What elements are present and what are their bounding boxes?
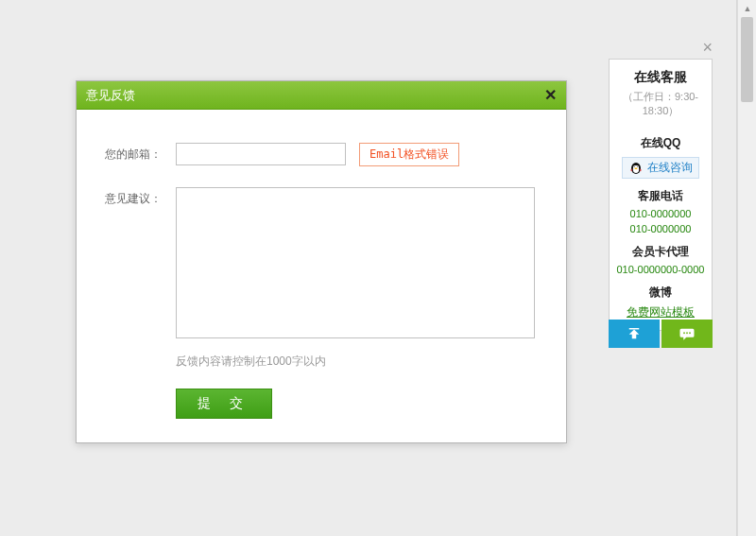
qq-heading: 在线QQ xyxy=(610,135,712,151)
chat-icon xyxy=(679,325,696,342)
page-background: 意见反馈 ✕ 您的邮箱： Email格式错误 意见建议： 反馈内容请控制在100… xyxy=(0,0,737,536)
qq-penguin-icon xyxy=(628,161,644,176)
email-row: 您的邮箱： Email格式错误 xyxy=(105,143,538,166)
chat-button[interactable] xyxy=(662,320,713,348)
svg-point-6 xyxy=(634,167,637,169)
submit-row: 提 交 xyxy=(176,389,538,419)
email-error-badge: Email格式错误 xyxy=(359,143,459,166)
arrow-up-icon xyxy=(626,325,643,342)
panel-close-icon[interactable]: × xyxy=(702,38,713,58)
svg-point-5 xyxy=(637,165,638,166)
phone-number-2: 010-0000000 xyxy=(610,223,712,234)
panel-footer xyxy=(609,320,713,348)
modal-header: 意见反馈 ✕ xyxy=(77,81,566,110)
panel-hours: （工作日：9:30-18:30） xyxy=(610,90,712,126)
suggestion-row: 意见建议： xyxy=(105,187,538,338)
agent-phone: 010-0000000-0000 xyxy=(610,264,712,275)
char-limit-hint: 反馈内容请控制在1000字以内 xyxy=(176,354,538,370)
service-panel: 在线客服 （工作日：9:30-18:30） 在线QQ 在线咨询 客服电话 010… xyxy=(609,59,713,331)
email-input[interactable] xyxy=(176,143,346,165)
close-icon[interactable]: ✕ xyxy=(544,88,557,103)
panel-title: 在线客服 xyxy=(610,60,712,90)
qq-consult-button[interactable]: 在线咨询 xyxy=(622,157,699,179)
qq-consult-label: 在线咨询 xyxy=(647,160,693,176)
feedback-modal: 意见反馈 ✕ 您的邮箱： Email格式错误 意见建议： 反馈内容请控制在100… xyxy=(76,80,567,443)
svg-point-8 xyxy=(683,332,685,334)
svg-rect-7 xyxy=(629,328,640,330)
scroll-thumb[interactable] xyxy=(741,17,753,102)
submit-button[interactable]: 提 交 xyxy=(176,389,272,419)
modal-title: 意见反馈 xyxy=(86,87,135,104)
suggestion-textarea[interactable] xyxy=(176,187,535,338)
svg-point-4 xyxy=(634,165,635,166)
modal-body: 您的邮箱： Email格式错误 意见建议： 反馈内容请控制在1000字以内 提 … xyxy=(77,110,566,442)
scroll-top-button[interactable] xyxy=(609,320,660,348)
scroll-up-arrow-icon[interactable]: ▲ xyxy=(738,0,756,17)
vertical-scrollbar[interactable]: ▲ xyxy=(737,0,756,536)
svg-point-9 xyxy=(686,332,688,334)
weibo-link[interactable]: 免费网站模板 xyxy=(627,304,695,320)
phone-number-1: 010-0000000 xyxy=(610,208,712,219)
suggestion-label: 意见建议： xyxy=(105,187,176,207)
agent-heading: 会员卡代理 xyxy=(610,244,712,260)
weibo-heading: 微博 xyxy=(610,285,712,301)
phone-heading: 客服电话 xyxy=(610,188,712,204)
email-label: 您的邮箱： xyxy=(105,143,176,163)
svg-point-10 xyxy=(689,332,691,334)
